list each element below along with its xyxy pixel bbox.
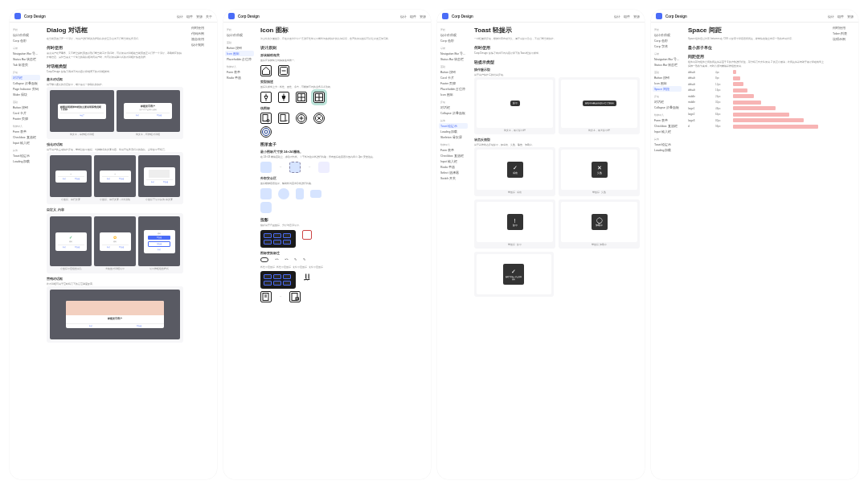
example-row: ●取消主按钮小图标、单行文案 ●取消主按钮小图标、单行文案+补充说明 取消主按钮… bbox=[47, 152, 183, 204]
panel-space: Corp Design设计组件资源 开始 设计价值观 Corp 色彩 Corp … bbox=[651, 10, 858, 479]
sidebar-item[interactable]: Navigation Bar 导航栏 bbox=[11, 51, 40, 56]
sidebar-item[interactable]: Form 表单 bbox=[225, 69, 254, 75]
sidebar-item[interactable]: Button 按钮 bbox=[225, 45, 254, 51]
sidebar-item[interactable]: Corp 色彩 bbox=[653, 38, 682, 43]
sidebar-item[interactable]: Placeholder 占位符 bbox=[439, 86, 468, 92]
toc-item[interactable]: Token 列表 bbox=[831, 31, 857, 36]
sidebar-item[interactable]: Icon 图标 bbox=[439, 92, 468, 97]
sidebar-item[interactable]: 对话框 bbox=[439, 105, 468, 110]
sidebar-item-active[interactable]: 对话框 bbox=[11, 75, 40, 80]
toc-item[interactable]: 设计规则 bbox=[190, 42, 215, 47]
icon-line-row bbox=[260, 113, 426, 124]
toast-label: 失败 bbox=[597, 172, 602, 175]
sidebar-item[interactable]: Button 按钮 bbox=[11, 105, 40, 110]
sidebar-item[interactable]: Button 按钮 bbox=[439, 69, 468, 75]
sidebar-item[interactable]: Footer 页脚 bbox=[11, 116, 40, 121]
nav-link[interactable]: 资源 bbox=[196, 14, 203, 18]
nav-link[interactable]: 组件 bbox=[837, 14, 844, 18]
nav-link[interactable]: 关于 bbox=[206, 14, 212, 18]
sidebar-left[interactable]: 开始 设计价值观 Corp 色彩 导航 Navigation Bar 导航栏 S… bbox=[437, 23, 469, 479]
section-title: 间距使用 bbox=[688, 54, 825, 59]
sidebar-item[interactable]: Checkbox 复选框 bbox=[653, 123, 682, 129]
toc-item[interactable]: 代码示例 bbox=[190, 31, 215, 36]
section-title: 何时使用 bbox=[474, 45, 640, 50]
token-name: default bbox=[688, 88, 712, 92]
sidebar-left[interactable]: 开始 设计价值观 基础 Button 按钮 Icon 图标 Placeholde… bbox=[223, 23, 256, 479]
sidebar-item[interactable]: 设计价值观 bbox=[439, 32, 468, 38]
sidebar-item[interactable]: Icon 图标 bbox=[653, 80, 682, 86]
sidebar-item[interactable]: Loading 加载 bbox=[11, 158, 40, 164]
sidebar-item[interactable]: Switch 开关 bbox=[439, 175, 468, 181]
sidebar-item[interactable]: Status Bar 状态栏 bbox=[653, 62, 682, 68]
sidebar-item[interactable]: Footer 页脚 bbox=[439, 80, 468, 86]
sidebar-item[interactable]: Navigation Bar 导航栏 bbox=[439, 51, 468, 56]
sidebar-item[interactable]: Card 卡片 bbox=[11, 110, 40, 116]
sidebar-item[interactable]: Navigation Bar 导航栏 bbox=[653, 56, 682, 62]
sidebar-item[interactable]: Loading 加载 bbox=[439, 129, 468, 134]
sidebar-item[interactable]: Radio 单选 bbox=[439, 164, 468, 170]
nav-link[interactable]: 资源 bbox=[847, 14, 854, 18]
header-nav[interactable]: 设计 组件 资源 关于 bbox=[177, 14, 212, 18]
nav-link[interactable]: 设计 bbox=[614, 14, 620, 18]
sidebar-item[interactable]: Collapse 折叠面板 bbox=[653, 105, 682, 110]
sidebar-item[interactable]: Corp 色彩 bbox=[439, 38, 468, 43]
sidebar-item[interactable]: Input 输入框 bbox=[11, 140, 40, 146]
sidebar-item[interactable]: Toast 轻提示 bbox=[11, 153, 40, 158]
section-text: 需要用户处理事务、又不希望跳转页面以致打断当前工作流程时，可以使用对话框在当前页… bbox=[47, 51, 183, 60]
sidebar-left[interactable]: 开始 设计价值观 Corp 色彩 导航 Navigation Bar 导航栏 S… bbox=[10, 23, 42, 479]
sidebar-item[interactable]: 设计价值观 bbox=[225, 32, 254, 38]
sidebar-item[interactable]: 对话框 bbox=[653, 99, 682, 105]
sidebar-item[interactable]: Select 选择器 bbox=[439, 170, 468, 175]
nav-link[interactable]: 资源 bbox=[420, 14, 426, 18]
modal-ok-button[interactable]: 知道了 bbox=[60, 113, 104, 117]
sidebar-item[interactable]: Status Bar 状态栏 bbox=[439, 56, 468, 62]
sidebar-item[interactable]: Radio 单选 bbox=[225, 75, 254, 80]
sidebar-item[interactable]: 设计价值观 bbox=[653, 32, 682, 38]
sidebar-item[interactable]: Collapse 折叠面板 bbox=[11, 80, 40, 86]
sidebar-item[interactable]: Skeleton 骨架屏 bbox=[439, 134, 468, 140]
sidebar-item[interactable]: Collapse 折叠面板 bbox=[439, 110, 468, 116]
sidebar-item[interactable]: Form 表单 bbox=[653, 117, 682, 123]
sidebar-item[interactable]: Tab 标签页 bbox=[11, 62, 40, 68]
modal-cancel-button[interactable]: 取消 bbox=[126, 113, 148, 117]
sidebar-item[interactable]: Form 表单 bbox=[11, 129, 40, 134]
sidebar-item[interactable]: Corp 色彩 bbox=[11, 38, 40, 43]
sidebar-item[interactable]: Toast 轻提示 bbox=[653, 142, 682, 147]
toc[interactable]: 何时使用 Token 列表 说明示例 bbox=[829, 23, 858, 479]
toc[interactable]: 何时使用 代码示例 混合使用 设计规则 bbox=[188, 23, 217, 479]
check-icon: ✓ bbox=[513, 165, 518, 171]
toc-item[interactable]: 何时使用 bbox=[831, 25, 857, 31]
sidebar-item-active[interactable]: Icon 图标 bbox=[225, 51, 254, 56]
sidebar-item[interactable]: Input 输入框 bbox=[439, 158, 468, 164]
toc-item[interactable]: 说明示例 bbox=[831, 36, 857, 42]
sidebar-item[interactable]: 设计价值观 bbox=[11, 32, 40, 38]
sidebar-item[interactable]: Placeholder 占位符 bbox=[225, 56, 254, 62]
nav-link[interactable]: 组件 bbox=[410, 14, 416, 18]
sidebar-item[interactable]: Status Bar 状态栏 bbox=[11, 56, 40, 62]
main-content: Toast 轻提示 一种轻量级反馈，根据设置自动消失，属于弱提示形态，不会打断当… bbox=[469, 23, 645, 479]
nav-link[interactable]: 设计 bbox=[400, 14, 407, 18]
toc-item[interactable]: 混合使用 bbox=[190, 36, 215, 42]
sidebar-item[interactable]: Input 输入框 bbox=[653, 129, 682, 134]
sidebar-item[interactable]: Slider 滑块 bbox=[11, 92, 40, 97]
sidebar-item[interactable]: Loading 加载 bbox=[653, 147, 682, 153]
header: Corp Design 设计 组件 资源 关于 bbox=[10, 10, 217, 23]
nav-link[interactable]: 资源 bbox=[633, 14, 640, 18]
sidebar-left[interactable]: 开始 设计价值观 Corp 色彩 Corp 字体 导航 Navigation B… bbox=[651, 23, 683, 479]
sidebar-item[interactable]: Corp 字体 bbox=[653, 43, 682, 49]
page-desc: 一种轻量级反馈，根据设置自动消失，属于弱提示形态，不会打断当前操作。 bbox=[474, 37, 640, 41]
nav-link[interactable]: 组件 bbox=[186, 14, 193, 18]
nav-link[interactable]: 组件 bbox=[624, 14, 630, 18]
modal-ok-button[interactable]: 主按钮 bbox=[148, 113, 170, 117]
nav-link[interactable]: 设计 bbox=[177, 14, 183, 18]
sidebar-item[interactable]: Checkbox 复选框 bbox=[11, 134, 40, 140]
sidebar-item[interactable]: Page Indicator 页码 bbox=[11, 86, 40, 92]
sidebar-item-active[interactable]: Space 间距 bbox=[653, 86, 682, 92]
toc-item[interactable]: 何时使用 bbox=[190, 25, 215, 31]
sidebar-item[interactable]: Checkbox 复选框 bbox=[439, 153, 468, 158]
sidebar-item[interactable]: Form 表单 bbox=[439, 147, 468, 153]
nav-link[interactable]: 设计 bbox=[828, 14, 834, 18]
sidebar-item-active[interactable]: Toast 轻提示 bbox=[439, 123, 468, 129]
sidebar-item[interactable]: Card 卡片 bbox=[439, 75, 468, 80]
sidebar-item[interactable]: Button 按钮 bbox=[653, 75, 682, 80]
